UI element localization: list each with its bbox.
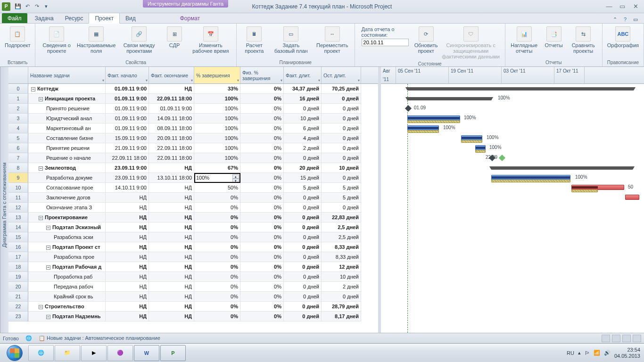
row-number[interactable]: 22 [8, 302, 28, 312]
cell-task-name[interactable]: −Землеотвод [28, 163, 106, 173]
cell-fact-dur[interactable]: 16 дней [284, 94, 322, 104]
cell-phys-pct[interactable]: 0% [240, 143, 284, 153]
cell-fact-start[interactable]: НД [106, 203, 149, 213]
cell-fact-dur[interactable]: 5 дней [284, 183, 322, 193]
table-row[interactable]: 9Разработка докуме23.09.11 9:0013.10.11 … [8, 173, 378, 183]
row-number[interactable]: 13 [8, 213, 28, 222]
cell-rem-dur[interactable]: 8,33 дней [322, 242, 361, 252]
cell-pct[interactable]: 33% [194, 84, 240, 94]
table-row[interactable]: 2Принято решение01.09.11 9:0001.09.11 9:… [8, 104, 378, 114]
cell-task-name[interactable]: Решение о начале [28, 153, 106, 163]
cell-rem-dur[interactable]: 10 дней [322, 163, 361, 173]
cell-fact-start[interactable]: 01.09.11 9:00 [106, 104, 149, 114]
cell-phys-pct[interactable]: 0% [240, 153, 284, 163]
cell-fact-start[interactable]: 23.09.11 9:00 [106, 173, 149, 183]
cell-fact-start[interactable]: НД [106, 222, 149, 232]
cell-rem-dur[interactable]: 0 дней [322, 203, 361, 213]
row-number[interactable]: 10 [8, 183, 28, 193]
cell-fact-dur[interactable]: 0 дней [284, 104, 322, 114]
taskbar-ie[interactable]: 🌐 [28, 345, 54, 361]
close-button[interactable]: ✕ [631, 2, 640, 11]
cell-fact-start[interactable]: 15.09.11 9:00 [106, 133, 149, 143]
cell-fact-start[interactable]: НД [106, 242, 149, 252]
cell-phys-pct[interactable]: 0% [240, 123, 284, 133]
cell-fact-start[interactable]: 21.09.11 9:00 [106, 143, 149, 153]
table-row[interactable]: 19Проработка рабНДНД0%0%0 дней10 дней [8, 272, 378, 282]
calc-button[interactable]: 🖩Расчет проекта [239, 25, 269, 55]
tray-volume-icon[interactable]: 🔊 [604, 350, 611, 356]
cell-pct[interactable]: 0% [194, 193, 240, 203]
cell-fact-start[interactable]: 01.09.11 9:00 [106, 94, 149, 104]
cell-rem-dur[interactable]: 0 дней [322, 94, 361, 104]
compare-button[interactable]: ⇆Сравнить проекты [568, 25, 599, 55]
cell-fact-dur[interactable]: 0 дней [284, 282, 322, 292]
cell-phys-pct[interactable]: 0% [240, 252, 284, 262]
cell-pct[interactable]: 0% [194, 272, 240, 282]
grid-body[interactable]: 0−Коттедж01.09.11 9:00НД33%0%34,37 дней7… [8, 84, 378, 335]
cell-fact-end[interactable]: НД [149, 203, 194, 213]
col-fact-end[interactable]: Факт. окончание▾ [149, 67, 194, 83]
tab-resource[interactable]: Ресурс [59, 13, 89, 23]
cell-pct[interactable]: 50% [194, 183, 240, 193]
cell-fact-end[interactable]: НД [149, 222, 194, 232]
window-options-icon[interactable]: ▭ [632, 16, 639, 23]
row-number[interactable]: 17 [8, 252, 28, 262]
cell-rem-dur[interactable]: 8,17 дней [322, 312, 361, 321]
cell-fact-start[interactable]: 14.10.11 9:00 [106, 183, 149, 193]
cell-fact-end[interactable]: НД [149, 312, 194, 321]
table-row[interactable]: 8−Землеотвод23.09.11 9:00НД67%0%20 дней1… [8, 163, 378, 173]
cell-pct[interactable]: 100% [194, 114, 240, 123]
table-row[interactable]: 4Маркетинговый ан01.09.11 9:0008.09.11 1… [8, 123, 378, 133]
cell-task-name[interactable]: Принятие решени [28, 143, 106, 153]
table-row[interactable]: 22−СтроительствоНДНД0%0%0 дней28,79 дней [8, 302, 378, 312]
move-button[interactable]: ↔Переместить проект [313, 25, 352, 55]
cell-fact-end[interactable]: 08.09.11 18:00 [149, 123, 194, 133]
cell-task-name[interactable]: Разработка докуме [28, 173, 106, 183]
tray-lang[interactable]: RU [567, 350, 574, 356]
cell-fact-dur[interactable]: 0 дней [284, 262, 322, 272]
col-task-name[interactable]: Название задачи▾ [28, 67, 106, 83]
cell-pct[interactable]: 0% [194, 213, 240, 222]
row-number[interactable]: 16 [8, 242, 28, 252]
cell-phys-pct[interactable]: 0% [240, 114, 284, 123]
cell-rem-dur[interactable]: 2,5 дней [322, 232, 361, 242]
view-resource-button[interactable] [633, 335, 641, 342]
cell-pct[interactable]: 100% [194, 104, 240, 114]
taskbar-explorer[interactable]: 📁 [55, 345, 80, 361]
cell-task-name[interactable]: −Подэтап Проект ст [28, 242, 106, 252]
tab-view[interactable]: Вид [120, 13, 141, 23]
cell-task-name[interactable]: Проработка раб [28, 272, 106, 282]
cell-pct[interactable]: 100% [194, 123, 240, 133]
cell-phys-pct[interactable]: 0% [240, 84, 284, 94]
cell-phys-pct[interactable]: 0% [240, 242, 284, 252]
cell-pct[interactable]: 100% [194, 133, 240, 143]
cell-rem-dur[interactable]: 2,5 дней [322, 222, 361, 232]
cell-fact-dur[interactable]: 0 дней [284, 292, 322, 302]
row-number[interactable]: 9 [8, 173, 28, 183]
cell-fact-start[interactable]: НД [106, 272, 149, 282]
cell-fact-end[interactable]: 01.09.11 9:00 [149, 104, 194, 114]
cell-rem-dur[interactable]: 2 дней [322, 282, 361, 292]
cell-fact-dur[interactable]: 2 дней [284, 143, 322, 153]
redo-icon[interactable]: ↷ [33, 3, 41, 10]
minimize-button[interactable]: — [604, 2, 614, 11]
row-number[interactable]: 23 [8, 312, 28, 321]
cell-task-name[interactable]: Крайний срок вь [28, 292, 106, 302]
minimize-ribbon-icon[interactable]: ⌃ [611, 16, 619, 23]
tab-format[interactable]: Формат [174, 13, 206, 23]
cell-fact-dur[interactable]: 15 дней [284, 173, 322, 183]
undo-icon[interactable]: ↶ [24, 3, 31, 10]
cell-phys-pct[interactable]: 0% [240, 183, 284, 193]
cell-fact-start[interactable]: НД [106, 193, 149, 203]
cell-pct[interactable]: 0% [194, 302, 240, 312]
cell-fact-start[interactable]: 01.09.11 9:00 [106, 114, 149, 123]
cell-fact-dur[interactable]: 0 дней [284, 222, 322, 232]
table-row[interactable]: 3Юридтческий анал01.09.11 9:0014.09.11 1… [8, 114, 378, 123]
table-row[interactable]: 10Согласование прое14.10.11 9:00НД50%0%5… [8, 183, 378, 193]
grid-corner[interactable] [8, 67, 28, 83]
cell-rem-dur[interactable]: 0 дней [322, 173, 361, 183]
cell-fact-start[interactable]: НД [106, 302, 149, 312]
subproject-button[interactable]: 📋 Подпроект [3, 25, 32, 49]
tab-file[interactable]: Файл [2, 13, 27, 23]
cell-fact-start[interactable]: НД [106, 252, 149, 262]
